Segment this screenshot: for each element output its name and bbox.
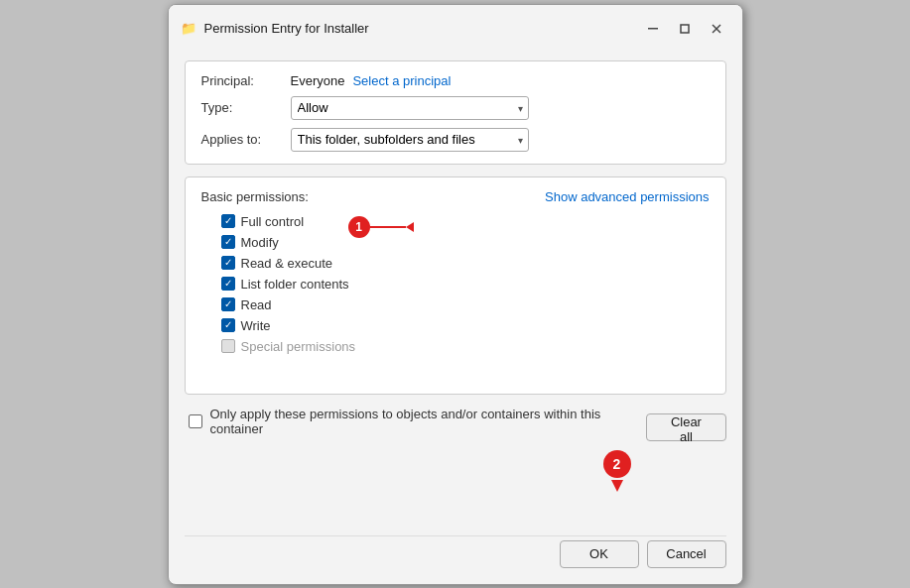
permission-modify-label: Modify xyxy=(241,235,279,250)
permissions-title: Basic permissions: xyxy=(201,189,309,204)
checkbox-write[interactable] xyxy=(221,318,235,332)
type-row: Type: Allow Deny ▾ xyxy=(201,96,710,120)
ok-button[interactable]: OK xyxy=(560,540,639,568)
bottom-section: Only apply these permissions to objects … xyxy=(185,407,726,448)
permission-read: Read xyxy=(221,297,710,312)
permission-full-control: Full control xyxy=(221,214,710,229)
annotation-1-wrapper: 1 xyxy=(348,216,414,238)
title-bar-controls xyxy=(639,15,730,43)
type-select-wrapper: Allow Deny ▾ xyxy=(291,96,529,120)
annotation-2-wrapper: 2 xyxy=(603,450,631,492)
checkbox-read[interactable] xyxy=(221,297,235,311)
permission-list-folder-contents: List folder contents xyxy=(221,277,710,292)
permissions-header: Basic permissions: Show advanced permiss… xyxy=(201,189,710,204)
only-apply-label: Only apply these permissions to objects … xyxy=(210,407,643,436)
checkbox-list: Full control Modify Read & execute xyxy=(201,214,710,354)
minimize-button[interactable] xyxy=(639,15,667,43)
annotation-2-circle: 2 xyxy=(603,450,631,478)
annotation-1-circle: 1 xyxy=(348,216,370,238)
permissions-list-wrapper: 1 Full control Modify xyxy=(201,214,710,354)
permission-write: Write xyxy=(221,318,710,333)
checkbox-special xyxy=(221,339,235,353)
dialog-body: Principal: Everyone Select a principal T… xyxy=(169,49,742,584)
title-bar: 📁 Permission Entry for Installer xyxy=(169,5,742,49)
principal-name: Everyone xyxy=(291,73,345,88)
annotation-1-arrowhead xyxy=(406,222,414,232)
spacer-area: 2 xyxy=(185,448,726,528)
checkbox-full-control[interactable] xyxy=(221,214,235,228)
top-section: Principal: Everyone Select a principal T… xyxy=(185,60,726,165)
permission-list-folder-label: List folder contents xyxy=(241,277,349,292)
type-select[interactable]: Allow Deny xyxy=(291,96,529,120)
clear-all-button[interactable]: Clear all xyxy=(646,413,725,441)
select-principal-link[interactable]: Select a principal xyxy=(352,73,451,88)
show-advanced-link[interactable]: Show advanced permissions xyxy=(545,189,709,204)
permission-full-control-label: Full control xyxy=(241,214,305,229)
maximize-button[interactable] xyxy=(671,15,699,43)
principal-label: Principal: xyxy=(201,73,291,88)
permission-read-label: Read xyxy=(241,297,272,312)
permissions-section: Basic permissions: Show advanced permiss… xyxy=(185,176,726,395)
only-apply-checkbox[interactable] xyxy=(189,414,202,428)
button-row: OK Cancel xyxy=(185,535,726,568)
permission-special: Special permissions xyxy=(221,339,710,354)
annotation-1-line xyxy=(370,226,406,228)
cancel-button[interactable]: Cancel xyxy=(647,540,726,568)
principal-row: Principal: Everyone Select a principal xyxy=(201,73,710,88)
applies-to-row: Applies to: This folder, subfolders and … xyxy=(201,128,710,152)
permission-entry-dialog: 📁 Permission Entry for Installer Princip… xyxy=(168,4,743,585)
permission-write-label: Write xyxy=(241,318,271,333)
checkbox-read-execute[interactable] xyxy=(221,256,235,270)
type-label: Type: xyxy=(201,100,291,115)
principal-value-group: Everyone Select a principal xyxy=(291,73,452,88)
permission-special-label: Special permissions xyxy=(241,339,356,354)
svg-rect-1 xyxy=(681,25,689,33)
annotation-2-arrow xyxy=(611,480,623,492)
svg-rect-0 xyxy=(648,28,658,30)
applies-to-select[interactable]: This folder, subfolders and files This f… xyxy=(291,128,529,152)
applies-to-select-wrapper: This folder, subfolders and files This f… xyxy=(291,128,529,152)
only-apply-row: Only apply these permissions to objects … xyxy=(185,407,647,436)
dialog-title: Permission Entry for Installer xyxy=(204,21,631,36)
permission-read-execute-label: Read & execute xyxy=(241,256,333,271)
close-button[interactable] xyxy=(703,15,730,43)
permission-modify: Modify xyxy=(221,235,710,250)
checkbox-list-folder-contents[interactable] xyxy=(221,277,235,291)
dialog-icon: 📁 xyxy=(181,21,196,37)
checkbox-modify[interactable] xyxy=(221,235,235,249)
permission-read-execute: Read & execute xyxy=(221,256,710,271)
applies-to-label: Applies to: xyxy=(201,132,291,147)
